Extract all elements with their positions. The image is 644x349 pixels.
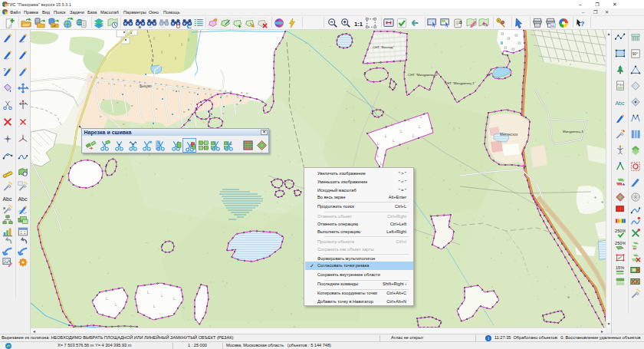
svg-text:||: || (169, 33, 170, 37)
svg-text:?: ? (3, 67, 6, 72)
svg-text:250%: 250% (615, 229, 626, 233)
svg-text:||: || (188, 38, 189, 41)
svg-text:Мичуринец-3: Мичуринец-3 (563, 130, 583, 133)
svg-text:DAT: DAT (52, 25, 57, 28)
svg-text:?: ? (580, 20, 584, 28)
svg-text:...: ... (162, 24, 165, 28)
svg-text:,: , (18, 123, 19, 127)
svg-text:СНТ "Мичуринец-2": СНТ "Мичуринец-2" (408, 73, 439, 77)
svg-text:...: ... (150, 24, 153, 28)
svg-text:250%: 250% (615, 241, 626, 245)
svg-text:СНТ "Мичуринец-1": СНТ "Мичуринец-1" (445, 81, 476, 85)
svg-text:a: a (459, 19, 462, 25)
svg-text:||: || (181, 42, 182, 46)
svg-text:||: || (161, 50, 163, 54)
svg-text:Abc: Abc (2, 196, 12, 202)
svg-text:Мехлесхоз: Мехлесхоз (500, 133, 518, 137)
svg-text:PNG: PNG (617, 84, 623, 87)
svg-text:Abc: Abc (18, 196, 28, 202)
svg-text:⋄: ⋄ (594, 195, 596, 199)
svg-text:СНТ "Восход": СНТ "Восход" (373, 45, 394, 49)
svg-text:||: || (175, 56, 176, 60)
svg-text:⋄: ⋄ (567, 295, 570, 299)
svg-text:15%: 15% (616, 265, 624, 270)
svg-text:Abc: Abc (615, 100, 625, 106)
svg-text:⋄: ⋄ (601, 199, 603, 204)
svg-text:1:1: 1:1 (354, 21, 363, 28)
svg-text:||: || (153, 36, 155, 40)
svg-text:90°: 90° (632, 52, 638, 56)
svg-text:||: || (151, 58, 153, 61)
svg-text:Быково: Быково (140, 84, 152, 88)
svg-text:a: a (138, 24, 141, 28)
svg-text:a: a (3, 206, 5, 210)
